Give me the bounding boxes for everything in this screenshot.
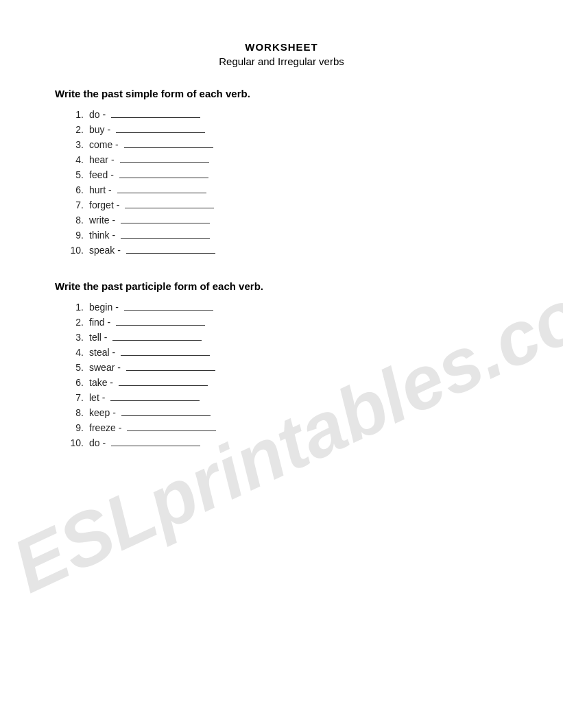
item-num: 7. — [69, 199, 84, 210]
answer-line — [126, 370, 215, 371]
section1: Write the past simple form of each verb.… — [55, 88, 508, 256]
item-num: 1. — [69, 109, 84, 120]
item-num: 7. — [69, 392, 84, 403]
verb-label: let - — [89, 392, 105, 403]
section2-list: 1.begin - 2.find - 3.tell - 4.steal - 5.… — [69, 302, 508, 448]
verb-label: hurt - — [89, 184, 112, 195]
list-item: 9.freeze - — [69, 422, 508, 433]
item-num: 10. — [69, 437, 84, 448]
list-item: 6.take - — [69, 377, 508, 388]
verb-label: feed - — [89, 169, 114, 180]
item-num: 8. — [69, 407, 84, 418]
answer-line — [116, 325, 205, 326]
list-item: 9.think - — [69, 230, 508, 241]
list-item: 6.hurt - — [69, 184, 508, 195]
section1-list: 1.do - 2.buy - 3.come - 4.hear - 5.feed … — [69, 109, 508, 256]
verb-label: take - — [89, 377, 113, 388]
verb-label: come - — [89, 139, 119, 150]
list-item: 2.find - — [69, 317, 508, 328]
list-item: 3.tell - — [69, 332, 508, 343]
answer-line — [126, 253, 215, 254]
verb-label: forget - — [89, 199, 119, 210]
answer-line — [111, 446, 200, 446]
verb-label: buy - — [89, 124, 110, 135]
verb-label: hear - — [89, 154, 115, 165]
verb-label: freeze - — [89, 422, 121, 433]
list-item: 1.begin - — [69, 302, 508, 313]
item-num: 3. — [69, 332, 84, 343]
answer-line — [110, 400, 200, 401]
verb-label: steal - — [89, 347, 115, 358]
header-subtitle: Regular and Irregular verbs — [55, 56, 508, 67]
verb-label: keep - — [89, 407, 116, 418]
list-item: 7.forget - — [69, 199, 508, 210]
answer-line — [119, 178, 208, 178]
verb-label: do - — [89, 437, 106, 448]
list-item: 4.hear - — [69, 154, 508, 165]
answer-line — [116, 132, 205, 133]
content: WORKSHEET Regular and Irregular verbs Wr… — [55, 41, 508, 448]
item-num: 5. — [69, 169, 84, 180]
answer-line — [121, 355, 210, 356]
list-item: 10.speak - — [69, 245, 508, 256]
list-item: 1.do - — [69, 109, 508, 120]
header: WORKSHEET Regular and Irregular verbs — [55, 41, 508, 67]
list-item: 5.swear - — [69, 362, 508, 373]
list-item: 8.keep - — [69, 407, 508, 418]
item-num: 8. — [69, 215, 84, 226]
answer-line — [121, 238, 210, 239]
item-num: 4. — [69, 347, 84, 358]
verb-label: write - — [89, 215, 115, 226]
item-num: 1. — [69, 302, 84, 313]
verb-label: begin - — [89, 302, 119, 313]
list-item: 3.come - — [69, 139, 508, 150]
header-title: WORKSHEET — [55, 41, 508, 53]
list-item: 8.write - — [69, 215, 508, 226]
item-num: 2. — [69, 124, 84, 135]
item-num: 6. — [69, 377, 84, 388]
item-num: 6. — [69, 184, 84, 195]
verb-label: speak - — [89, 245, 121, 256]
answer-line — [127, 430, 216, 431]
item-num: 2. — [69, 317, 84, 328]
answer-line — [117, 193, 206, 193]
section2: Write the past participle form of each v… — [55, 280, 508, 448]
verb-label: find - — [89, 317, 110, 328]
section2-heading: Write the past participle form of each v… — [55, 280, 508, 292]
answer-line — [124, 310, 213, 311]
verb-label: do - — [89, 109, 106, 120]
answer-line — [120, 162, 209, 163]
verb-label: think - — [89, 230, 115, 241]
item-num: 9. — [69, 422, 84, 433]
page: ESLprintables.com WORKSHEET Regular and … — [0, 0, 563, 728]
section1-heading: Write the past simple form of each verb. — [55, 88, 508, 99]
item-num: 9. — [69, 230, 84, 241]
answer-line — [125, 208, 214, 208]
verb-label: tell - — [89, 332, 107, 343]
list-item: 10.do - — [69, 437, 508, 448]
item-num: 4. — [69, 154, 84, 165]
list-item: 4.steal - — [69, 347, 508, 358]
verb-label: swear - — [89, 362, 121, 373]
item-num: 5. — [69, 362, 84, 373]
item-num: 3. — [69, 139, 84, 150]
answer-line — [124, 147, 213, 148]
list-item: 5.feed - — [69, 169, 508, 180]
item-num: 10. — [69, 245, 84, 256]
answer-line — [119, 385, 208, 386]
list-item: 2.buy - — [69, 124, 508, 135]
list-item: 7.let - — [69, 392, 508, 403]
answer-line — [121, 223, 210, 223]
answer-line — [121, 415, 211, 416]
answer-line — [112, 340, 202, 341]
answer-line — [111, 117, 200, 118]
